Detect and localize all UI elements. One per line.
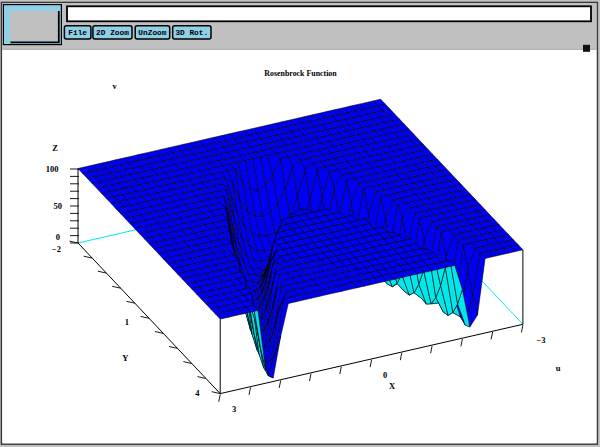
- svg-text:u: u: [556, 363, 561, 373]
- svg-text:−2: −2: [52, 244, 61, 254]
- svg-text:50: 50: [54, 201, 63, 211]
- svg-text:3: 3: [232, 404, 236, 414]
- svg-text:File: File: [68, 29, 87, 37]
- svg-text:−3: −3: [536, 335, 545, 345]
- svg-text:Y: Y: [122, 353, 128, 363]
- svg-text:3D Rot.: 3D Rot.: [175, 29, 208, 37]
- svg-text:X: X: [389, 381, 396, 391]
- svg-text:1: 1: [125, 317, 129, 327]
- svg-text:0: 0: [383, 370, 387, 380]
- svg-text:0: 0: [56, 232, 60, 242]
- svg-text:2D Zoom: 2D Zoom: [96, 29, 129, 37]
- svg-text:Z: Z: [52, 143, 58, 153]
- svg-text:UnZoom: UnZoom: [138, 29, 166, 37]
- svg-text:Rosenbrock Function: Rosenbrock Function: [264, 69, 337, 78]
- svg-text:100: 100: [46, 164, 59, 174]
